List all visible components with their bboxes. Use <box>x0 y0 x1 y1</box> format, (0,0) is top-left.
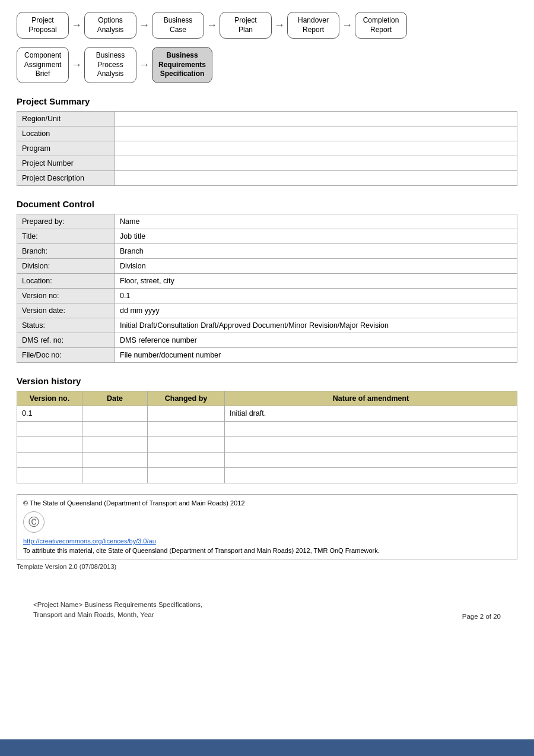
label-region: Region/Unit <box>17 111 115 126</box>
amendment-2 <box>225 421 517 436</box>
table-row <box>17 421 517 436</box>
table-row: Location <box>17 126 517 141</box>
label-file-doc: File/Doc no: <box>17 347 115 362</box>
value-prepared-by: Name <box>115 214 517 229</box>
changed-by-2 <box>148 421 225 436</box>
label-prepared-by: Prepared by: <box>17 214 115 229</box>
table-row: Prepared by: Name <box>17 214 517 229</box>
arrow-4: → <box>274 19 285 31</box>
version-no-5 <box>17 467 82 483</box>
table-row: Project Description <box>17 170 517 185</box>
table-row <box>17 452 517 467</box>
flow-box-project-plan: ProjectPlan <box>220 12 272 39</box>
template-version: Template Version 2.0 (07/08/2013) <box>17 563 517 570</box>
date-2 <box>82 421 148 436</box>
value-location <box>115 126 517 141</box>
table-row: Title: Job title <box>17 229 517 243</box>
table-row: Location: Floor, street, city <box>17 273 517 288</box>
document-control-title: Document Control <box>17 199 517 209</box>
arrow-3: → <box>206 19 217 31</box>
cc-inner-icon: Ⓒ <box>28 511 39 533</box>
flow-box-project-proposal: ProjectProposal <box>17 12 69 39</box>
flow-box-business-requirements: BusinessRequirementsSpecification <box>152 47 212 83</box>
label-title: Title: <box>17 229 115 243</box>
bottom-bar <box>0 739 534 756</box>
flow-box-component-assignment: ComponentAssignmentBrief <box>17 47 69 83</box>
version-history-table: Version no. Date Changed by Nature of am… <box>17 391 517 483</box>
flow-box-handover-report: HandoverReport <box>287 12 339 39</box>
copyright-text: © The State of Queensland (Department of… <box>23 499 511 507</box>
version-no-1: 0.1 <box>17 406 82 421</box>
label-project-number: Project Number <box>17 156 115 170</box>
version-no-4 <box>17 452 82 467</box>
label-location-dc: Location: <box>17 273 115 288</box>
th-changed-by: Changed by <box>148 391 225 406</box>
table-row: Program <box>17 141 517 156</box>
arrow-1: → <box>71 19 82 31</box>
table-row: Version no: 0.1 <box>17 288 517 303</box>
table-row: Status: Initial Draft/Consultation Draft… <box>17 318 517 333</box>
label-dms-ref: DMS ref. no: <box>17 333 115 347</box>
table-row: Project Number <box>17 156 517 170</box>
project-summary-table: Region/Unit Location Program Project Num… <box>17 111 517 186</box>
amendment-3 <box>225 436 517 452</box>
table-row: DMS ref. no: DMS reference number <box>17 333 517 347</box>
bottom-line1: <Project Name> Business Requirements Spe… <box>33 600 202 610</box>
amendment-1: Initial draft. <box>225 406 517 421</box>
flow-box-options-analysis: OptionsAnalysis <box>84 12 136 39</box>
value-title: Job title <box>115 229 517 243</box>
arrow-6: → <box>71 59 82 71</box>
flow-box-business-case: BusinessCase <box>152 12 204 39</box>
footer-box: © The State of Queensland (Department of… <box>17 494 517 559</box>
value-status: Initial Draft/Consultation Draft/Approve… <box>115 318 517 333</box>
version-history-title: Version history <box>17 376 517 386</box>
label-program: Program <box>17 141 115 156</box>
table-row: File/Doc no: File number/document number <box>17 347 517 362</box>
arrow-2: → <box>139 19 150 31</box>
table-row <box>17 467 517 483</box>
value-version-date: dd mm yyyy <box>115 303 517 318</box>
table-row: Branch: Branch <box>17 243 517 258</box>
label-project-description: Project Description <box>17 170 115 185</box>
changed-by-5 <box>148 467 225 483</box>
table-header-row: Version no. Date Changed by Nature of am… <box>17 391 517 406</box>
value-project-description <box>115 170 517 185</box>
value-branch: Branch <box>115 243 517 258</box>
page-number: Page 2 of 20 <box>462 613 501 620</box>
flow-diagram-2: ComponentAssignmentBrief → BusinessProce… <box>17 47 517 83</box>
value-dms-ref: DMS reference number <box>115 333 517 347</box>
value-file-doc: File number/document number <box>115 347 517 362</box>
label-division: Division: <box>17 258 115 273</box>
changed-by-1 <box>148 406 225 421</box>
flow-box-business-process: BusinessProcessAnalysis <box>84 47 136 83</box>
date-4 <box>82 452 148 467</box>
value-program <box>115 141 517 156</box>
version-no-3 <box>17 436 82 452</box>
th-version-no: Version no. <box>17 391 82 406</box>
changed-by-3 <box>148 436 225 452</box>
table-row: Version date: dd mm yyyy <box>17 303 517 318</box>
date-3 <box>82 436 148 452</box>
table-row: Division: Division <box>17 258 517 273</box>
amendment-5 <box>225 467 517 483</box>
label-branch: Branch: <box>17 243 115 258</box>
table-row: 0.1 Initial draft. <box>17 406 517 421</box>
value-location-dc: Floor, street, city <box>115 273 517 288</box>
document-control-table: Prepared by: Name Title: Job title Branc… <box>17 214 517 363</box>
table-row: Region/Unit <box>17 111 517 126</box>
arrow-5: → <box>342 19 352 31</box>
cc-link[interactable]: http://creativecommons.org/licences/by/3… <box>23 537 511 545</box>
value-project-number <box>115 156 517 170</box>
flow-diagram-1: ProjectProposal → OptionsAnalysis → Busi… <box>17 12 517 39</box>
label-version-no: Version no: <box>17 288 115 303</box>
project-summary-title: Project Summary <box>17 96 517 106</box>
label-location: Location <box>17 126 115 141</box>
label-version-date: Version date: <box>17 303 115 318</box>
th-date: Date <box>82 391 148 406</box>
flow-box-completion-report: CompletionReport <box>355 12 407 39</box>
date-1 <box>82 406 148 421</box>
changed-by-4 <box>148 452 225 467</box>
version-no-2 <box>17 421 82 436</box>
arrow-7: → <box>139 59 150 71</box>
label-status: Status: <box>17 318 115 333</box>
